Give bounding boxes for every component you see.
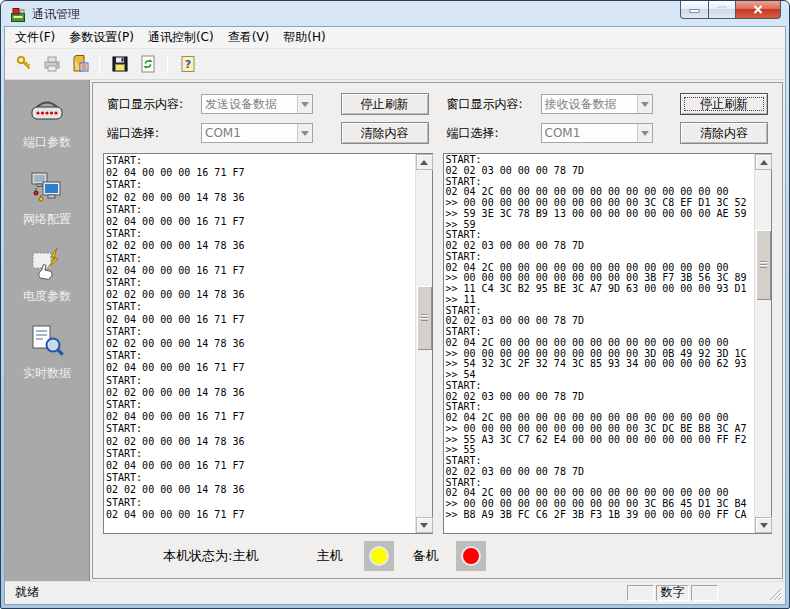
menu-comm-control[interactable]: 通讯控制(C): [141, 27, 221, 49]
master-label: 主机: [316, 547, 342, 565]
master-lamp: [369, 546, 389, 566]
minimize-button[interactable]: [680, 1, 709, 19]
save-icon[interactable]: [107, 52, 132, 77]
menu-view[interactable]: 查看(V): [221, 27, 277, 49]
stop-refresh-button[interactable]: 停止刷新: [680, 93, 768, 115]
scroll-down-icon[interactable]: [755, 517, 772, 533]
scroll-up-icon[interactable]: [755, 154, 772, 170]
display-content-value: 接收设备数据: [545, 96, 637, 113]
chevron-down-icon[interactable]: [637, 124, 652, 142]
sidebar-item-label: 实时数据: [23, 365, 71, 382]
sidebar-item-label: 端口参数: [23, 134, 71, 151]
menu-bar: 文件(F) 参数设置(P) 通讯控制(C) 查看(V) 帮助(H): [5, 27, 785, 49]
app-window: 通讯管理 文件(F) 参数设置(P) 通讯控制(C) 查看(V) 帮助(H): [0, 0, 790, 609]
display-content-select[interactable]: 发送设备数据: [201, 94, 313, 114]
status-pane-scrl: [691, 585, 718, 601]
send-log-scrollbar[interactable]: [415, 154, 432, 533]
receive-log-scrollbar[interactable]: [754, 154, 771, 533]
menu-help[interactable]: 帮助(H): [276, 27, 332, 49]
display-content-select[interactable]: 接收设备数据: [541, 94, 653, 114]
titlebar: 通讯管理: [4, 1, 786, 26]
workspace: 端口参数 网络配置 电度参数: [5, 80, 785, 581]
status-pane-cap: [627, 585, 654, 601]
status-pane-num: 数字: [656, 585, 689, 601]
port-select-label: 端口选择:: [107, 125, 201, 142]
port-select[interactable]: COM1: [201, 123, 313, 143]
resize-grip-icon[interactable]: [768, 587, 782, 601]
send-panel-controls: 窗口显示内容: 发送设备数据 停止刷新 端口选择: COM1 清: [107, 93, 429, 144]
refresh-icon[interactable]: [135, 52, 160, 77]
sidebar-item-port-params[interactable]: 端口参数: [5, 92, 89, 153]
help-icon[interactable]: ?: [175, 52, 200, 77]
backup-lamp-box: [456, 541, 486, 571]
stop-refresh-button[interactable]: 停止刷新: [341, 93, 429, 115]
port-device-icon: [28, 94, 66, 131]
send-log-box: START: 02 04 00 00 00 16 71 F7 START: 02…: [103, 153, 433, 534]
sidebar: 端口参数 网络配置 电度参数: [5, 80, 90, 581]
send-log-text[interactable]: START: 02 04 00 00 00 16 71 F7 START: 02…: [104, 154, 415, 533]
scrollbar-thumb[interactable]: [417, 286, 432, 350]
port-select-value: COM1: [545, 126, 637, 140]
app-icon: [10, 7, 26, 23]
maximize-button[interactable]: [709, 1, 736, 19]
network-computers-icon: [28, 169, 66, 208]
sidebar-item-network-config[interactable]: 网络配置: [5, 167, 89, 230]
port-select-value: COM1: [205, 126, 297, 140]
receive-log-box: START: 02 02 03 00 00 00 78 7D START: 02…: [443, 153, 773, 534]
chevron-down-icon[interactable]: [297, 95, 312, 113]
display-content-label: 窗口显示内容:: [447, 96, 541, 113]
send-data-panel: 窗口显示内容: 发送设备数据 停止刷新 端口选择: COM1 清: [103, 91, 433, 534]
panels-row: 窗口显示内容: 发送设备数据 停止刷新 端口选择: COM1 清: [103, 91, 772, 534]
client-area: 文件(F) 参数设置(P) 通讯控制(C) 查看(V) 帮助(H): [4, 26, 786, 605]
close-button[interactable]: [736, 1, 781, 19]
machine-status-row: 本机状态为:主机 主机 备机: [103, 534, 772, 578]
toolbar-separator: [99, 54, 100, 74]
sidebar-item-label: 网络配置: [23, 211, 71, 228]
menu-file[interactable]: 文件(F): [8, 27, 62, 49]
window-title: 通讯管理: [32, 6, 80, 23]
backup-label: 备机: [412, 547, 438, 565]
machine-status-text: 本机状态为:主机: [163, 547, 258, 565]
port-select[interactable]: COM1: [541, 123, 653, 143]
backup-lamp: [461, 546, 481, 566]
config-book-icon[interactable]: [67, 52, 92, 77]
toolbar-separator: [167, 54, 168, 74]
receive-log-text[interactable]: START: 02 02 03 00 00 00 78 7D START: 02…: [444, 154, 755, 533]
scroll-down-icon[interactable]: [416, 517, 433, 533]
display-content-label: 窗口显示内容:: [107, 96, 201, 113]
svg-text:?: ?: [184, 58, 190, 71]
sidebar-item-realtime-data[interactable]: 实时数据: [5, 321, 89, 384]
sidebar-item-label: 电度参数: [23, 288, 71, 305]
energy-hand-icon: [28, 246, 66, 285]
receive-panel-controls: 窗口显示内容: 接收设备数据 停止刷新 端口选择: COM1 清: [447, 93, 769, 144]
receive-data-panel: 窗口显示内容: 接收设备数据 停止刷新 端口选择: COM1 清: [443, 91, 773, 534]
toolbar: ?: [5, 49, 785, 80]
print-icon[interactable]: [39, 52, 64, 77]
key-icon[interactable]: [11, 52, 36, 77]
chevron-down-icon[interactable]: [297, 124, 312, 142]
sidebar-item-energy-params[interactable]: 电度参数: [5, 244, 89, 307]
status-ready-text: 就绪: [8, 584, 627, 601]
realtime-data-search-icon: [28, 323, 66, 362]
display-content-value: 发送设备数据: [205, 96, 297, 113]
scroll-up-icon[interactable]: [416, 154, 433, 170]
clear-content-button[interactable]: 清除内容: [341, 122, 429, 144]
port-select-label: 端口选择:: [447, 125, 541, 142]
scrollbar-thumb[interactable]: [756, 230, 771, 300]
status-bar: 就绪 数字: [5, 581, 785, 604]
main-panel: 窗口显示内容: 发送设备数据 停止刷新 端口选择: COM1 清: [92, 82, 783, 579]
window-controls: [680, 1, 781, 19]
menu-parameter-settings[interactable]: 参数设置(P): [62, 27, 141, 49]
clear-content-button[interactable]: 清除内容: [680, 122, 768, 144]
chevron-down-icon[interactable]: [637, 95, 652, 113]
master-lamp-box: [364, 541, 394, 571]
